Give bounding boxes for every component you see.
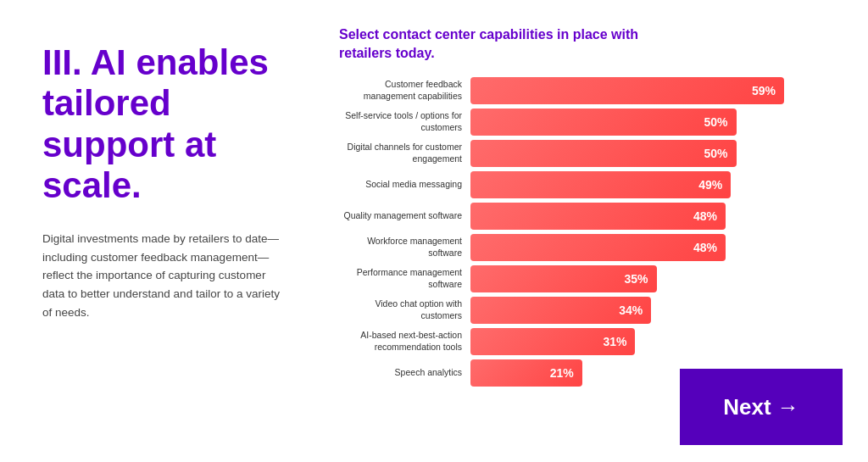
- bar-value: 21%: [550, 366, 574, 380]
- bar: 34%: [470, 297, 651, 324]
- bar-row: Social media messaging49%: [339, 171, 843, 198]
- bar-wrapper: 34%: [470, 297, 843, 324]
- bar-wrapper: 50%: [470, 140, 843, 167]
- bar: 50%: [470, 109, 737, 136]
- bar-row: Digital channels for customer engagement…: [339, 140, 843, 167]
- bar-value: 59%: [752, 84, 776, 97]
- bar-label: Video chat option with customers: [339, 298, 462, 321]
- next-button-label: Next →: [723, 394, 799, 420]
- bar-value: 31%: [603, 335, 626, 348]
- bar-label: Workforce management software: [339, 236, 462, 259]
- bar-wrapper: 50%: [470, 109, 843, 136]
- bar-row: Video chat option with customers34%: [339, 297, 843, 324]
- next-button[interactable]: Next →: [680, 369, 843, 445]
- bar: 21%: [470, 359, 582, 387]
- bar: 35%: [470, 265, 657, 292]
- bar-row: Self-service tools / options for custome…: [339, 109, 843, 136]
- bar-value: 48%: [693, 209, 717, 223]
- bar: 31%: [470, 328, 635, 355]
- chart-container: Customer feedback management capabilitie…: [339, 77, 843, 445]
- bar-row: Workforce management software48%: [339, 234, 843, 261]
- bar-row: Customer feedback management capabilitie…: [339, 77, 843, 104]
- bar: 50%: [470, 140, 737, 167]
- bar-value: 48%: [693, 241, 717, 254]
- bar-wrapper: 49%: [470, 171, 843, 198]
- bar-value: 50%: [704, 115, 728, 129]
- bar-value: 49%: [698, 178, 722, 192]
- subtitle-text: Digital investments made by retailers to…: [42, 230, 288, 321]
- bar-value: 35%: [624, 272, 648, 286]
- chart-title: Select contact center capabilities in pl…: [339, 25, 661, 64]
- bar-value: 34%: [619, 303, 643, 317]
- bar-label: Performance management software: [339, 267, 462, 290]
- bar-label: Digital channels for customer engagement: [339, 142, 462, 164]
- bar-row: Performance management software35%: [339, 265, 843, 292]
- bar-wrapper: 48%: [470, 203, 843, 230]
- bar-row: Quality management software48%: [339, 203, 843, 230]
- bar-label: Quality management software: [339, 210, 462, 222]
- bar-wrapper: 48%: [470, 234, 843, 261]
- left-panel: III. AI enables tailored support at scal…: [0, 0, 322, 462]
- bar-wrapper: 59%: [470, 77, 843, 104]
- bar: 49%: [470, 171, 731, 198]
- bar-value: 50%: [704, 147, 728, 160]
- bar: 48%: [470, 234, 726, 261]
- bar: 48%: [470, 203, 726, 230]
- bar-label: Speech analytics: [339, 367, 462, 379]
- main-title: III. AI enables tailored support at scal…: [42, 42, 288, 206]
- bar-wrapper: 35%: [470, 265, 843, 292]
- bar-label: Social media messaging: [339, 179, 462, 191]
- right-panel: Select contact center capabilities in pl…: [322, 0, 868, 462]
- bar-label: AI-based next-best-action recommendation…: [339, 330, 462, 353]
- bar-row: AI-based next-best-action recommendation…: [339, 328, 843, 355]
- bar: 59%: [470, 77, 784, 104]
- bar-wrapper: 31%: [470, 328, 843, 355]
- bar-label: Self-service tools / options for custome…: [339, 110, 462, 133]
- bar-label: Customer feedback management capabilitie…: [339, 79, 462, 102]
